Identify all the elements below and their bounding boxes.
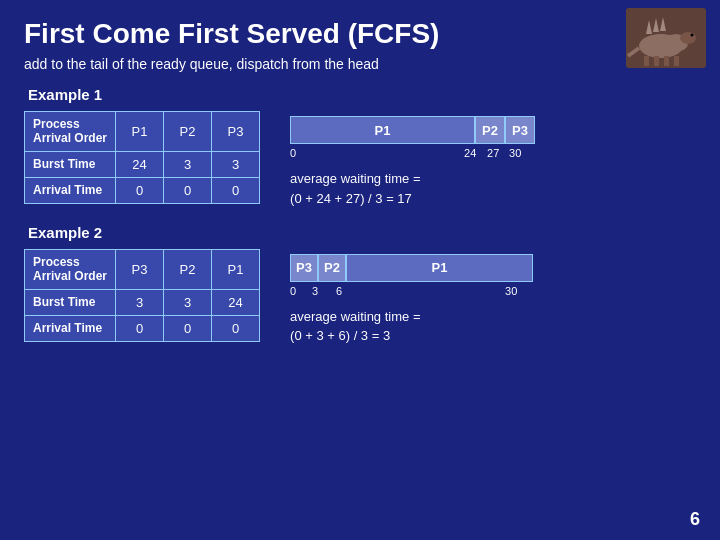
e1-arrival-p3: 0 bbox=[212, 177, 260, 203]
example1-block: Example 1 ProcessArrival Order P1 P2 P3 … bbox=[24, 86, 696, 210]
gantt-num-0: 0 bbox=[290, 147, 296, 159]
gantt2-num-6: 6 bbox=[336, 285, 342, 297]
e1-h-p3: P3 bbox=[212, 112, 260, 152]
page-title: First Come First Served (FCFS) bbox=[24, 18, 439, 50]
gantt-bar-row2: P3 P2 P1 bbox=[290, 253, 535, 283]
arrival-time-header2: Arrival Time bbox=[25, 315, 116, 341]
gantt2-num-3: 3 bbox=[312, 285, 318, 297]
svg-rect-9 bbox=[664, 56, 669, 66]
svg-point-3 bbox=[680, 32, 696, 44]
gantt-seg-p1: P1 bbox=[290, 116, 475, 144]
gantt-bar-row: P1 P2 P3 bbox=[290, 115, 535, 145]
gantt-seg2-p3: P3 bbox=[290, 254, 318, 282]
example1-label: Example 1 bbox=[28, 86, 696, 103]
page-container: First Come First Served (FCFS) add to th… bbox=[0, 0, 720, 540]
e2-burst-p2: 3 bbox=[164, 289, 212, 315]
gantt-seg-p3: P3 bbox=[505, 116, 535, 144]
example2-gantt: P3 P2 P1 0 3 6 30 average waiting time =… bbox=[290, 253, 535, 346]
table-row: ProcessArrival Order P1 P2 P3 bbox=[25, 112, 260, 152]
svg-rect-7 bbox=[644, 56, 649, 66]
table-row: Burst Time 24 3 3 bbox=[25, 151, 260, 177]
e2-arrival-p2: 0 bbox=[164, 315, 212, 341]
example1-gantt: P1 P2 P3 0 24 27 30 average waiting time… bbox=[290, 115, 535, 208]
table-row: Burst Time 3 3 24 bbox=[25, 289, 260, 315]
gantt-numbers-row2: 0 3 6 30 bbox=[290, 285, 535, 301]
subtitle: add to the tail of the ready queue, disp… bbox=[24, 56, 696, 72]
process-arrival-order-header2: ProcessArrival Order bbox=[25, 249, 116, 289]
gantt-num-27: 27 bbox=[487, 147, 499, 159]
e1-arrival-p2: 0 bbox=[164, 177, 212, 203]
process-arrival-order-header: ProcessArrival Order bbox=[25, 112, 116, 152]
gantt-numbers-row: 0 24 27 30 bbox=[290, 147, 535, 163]
e1-h-p2: P2 bbox=[164, 112, 212, 152]
example2-label: Example 2 bbox=[28, 224, 696, 241]
page-number: 6 bbox=[690, 509, 700, 530]
e2-burst-p1: 24 bbox=[212, 289, 260, 315]
e2-h-p2: P2 bbox=[164, 249, 212, 289]
gantt2-num-30: 30 bbox=[505, 285, 517, 297]
table-row: Arrival Time 0 0 0 bbox=[25, 315, 260, 341]
table-row: Arrival Time 0 0 0 bbox=[25, 177, 260, 203]
e2-h-p3: P3 bbox=[116, 249, 164, 289]
gantt2-num-0: 0 bbox=[290, 285, 296, 297]
e2-burst-p3: 3 bbox=[116, 289, 164, 315]
svg-rect-8 bbox=[654, 56, 659, 66]
example2-table: ProcessArrival Order P3 P2 P1 Burst Time… bbox=[24, 249, 260, 342]
e2-arrival-p1: 0 bbox=[212, 315, 260, 341]
example1-avg-wait: average waiting time =(0 + 24 + 27) / 3 … bbox=[290, 169, 535, 208]
e1-burst-p3: 3 bbox=[212, 151, 260, 177]
gantt-seg2-p1: P1 bbox=[346, 254, 533, 282]
svg-point-12 bbox=[691, 34, 694, 37]
burst-time-header2: Burst Time bbox=[25, 289, 116, 315]
burst-time-header: Burst Time bbox=[25, 151, 116, 177]
table-row: ProcessArrival Order P3 P2 P1 bbox=[25, 249, 260, 289]
example2-block: Example 2 ProcessArrival Order P3 P2 P1 … bbox=[24, 224, 696, 348]
gantt-num-24: 24 bbox=[464, 147, 476, 159]
e1-burst-p1: 24 bbox=[116, 151, 164, 177]
example2-avg-wait: average waiting time =(0 + 3 + 6) / 3 = … bbox=[290, 307, 535, 346]
e2-h-p1: P1 bbox=[212, 249, 260, 289]
gantt-seg2-p2: P2 bbox=[318, 254, 346, 282]
arrival-time-header: Arrival Time bbox=[25, 177, 116, 203]
e2-arrival-p3: 0 bbox=[116, 315, 164, 341]
e1-arrival-p1: 0 bbox=[116, 177, 164, 203]
svg-rect-10 bbox=[674, 56, 679, 66]
e1-burst-p2: 3 bbox=[164, 151, 212, 177]
dino-image bbox=[626, 8, 706, 68]
gantt-num-30: 30 bbox=[509, 147, 521, 159]
example1-table: ProcessArrival Order P1 P2 P3 Burst Time… bbox=[24, 111, 260, 204]
gantt-seg-p2: P2 bbox=[475, 116, 505, 144]
e1-h-p1: P1 bbox=[116, 112, 164, 152]
header-row: First Come First Served (FCFS) bbox=[24, 18, 696, 50]
